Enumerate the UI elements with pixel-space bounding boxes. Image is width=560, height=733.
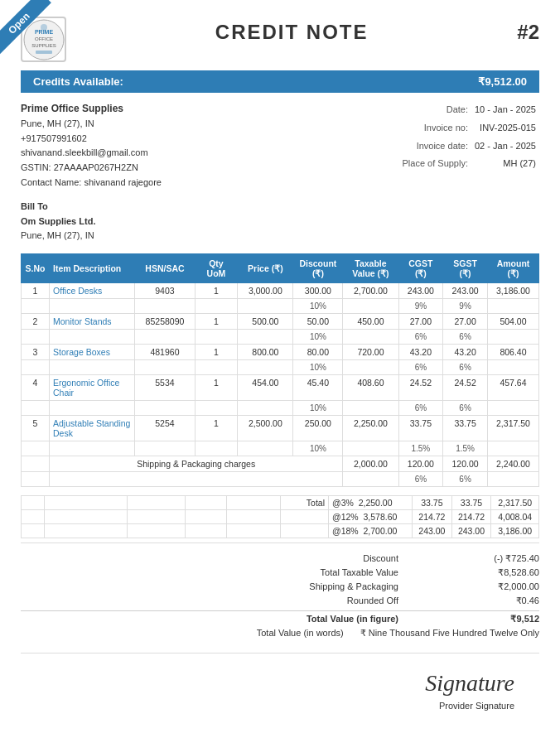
total-rate: @18% 2,700.00 (329, 523, 413, 538)
cgst-pct: 9% (398, 298, 443, 313)
item-amount: 504.00 (487, 313, 538, 329)
sgst-pct: 6% (443, 400, 488, 415)
total-sgst: 243.00 (451, 523, 491, 538)
bill-to-name: Om Supplies Ltd. (21, 215, 539, 229)
discount-label: Discount (21, 553, 415, 564)
shipping-sgst: 120.00 (443, 456, 488, 471)
item-sno: 3 (22, 344, 50, 359)
item-cgst: 43.20 (398, 344, 443, 359)
item-name[interactable]: Ergonomic Office Chair (50, 374, 135, 400)
table-row: 5 Adjustable Standing Desk 5254 1 2,500.… (22, 415, 539, 441)
item-hsn: 481960 (135, 344, 195, 359)
totals-table: Total @3% 2,250.00 33.75 33.75 2,317.50 … (21, 495, 539, 538)
item-sgst: 43.20 (443, 344, 488, 359)
totals-row: @12% 3,578.60 214.72 214.72 4,008.04 (22, 509, 539, 523)
item-price: 500.00 (238, 313, 293, 329)
item-cgst: 243.00 (398, 282, 443, 298)
taxable-value: ₹8,528.60 (415, 567, 539, 578)
bill-to-section: Bill To Om Supplies Ltd. Pune, MH (27), … (21, 200, 539, 244)
company-gstin: GSTIN: 27AAAAP0267H2ZN (21, 161, 162, 176)
taxable-row: Total Taxable Value ₹8,528.60 (21, 566, 539, 580)
credits-value: ₹9,512.00 (478, 75, 527, 88)
item-sgst: 243.00 (443, 282, 488, 298)
open-ribbon: Open (0, 0, 66, 66)
total-cgst: 243.00 (413, 523, 452, 538)
taxable-label: Total Taxable Value (21, 567, 415, 578)
document-title: CREDIT NOTE (66, 21, 517, 44)
company-address: Pune, MH (27), IN (21, 117, 162, 132)
rounded-value: ₹0.46 (415, 596, 539, 606)
total-figure-row: Total Value (in figure) ₹9,512 (21, 610, 539, 626)
total-cgst: 214.72 (413, 509, 452, 523)
invoice-no-label: Invoice no: (399, 119, 472, 137)
discount-pct: 10% (293, 329, 343, 344)
totals-row: Total @3% 2,250.00 33.75 33.75 2,317.50 (22, 495, 539, 509)
item-qty: 1 (195, 282, 238, 298)
item-discount: 80.00 (293, 344, 343, 359)
shipping-amount: 2,240.00 (487, 456, 538, 471)
col-header-item: Item Description (50, 253, 135, 282)
col-header-sno: S.No (22, 253, 50, 282)
discount-value: (-) ₹725.40 (415, 553, 539, 564)
col-header-cgst: CGST (₹) (398, 253, 443, 282)
company-contact: Contact Name: shivanand rajegore (21, 176, 162, 190)
item-name[interactable]: Office Desks (50, 282, 135, 298)
company-email: shivanand.sleekbill@gmail.com (21, 146, 162, 161)
col-header-amount: Amount (₹) (487, 253, 538, 282)
shipping-row: Shipping & Packaging ₹2,000.00 (21, 580, 539, 594)
item-hsn: 9403 (135, 282, 195, 298)
sgst-pct: 6% (443, 329, 488, 344)
item-discount: 300.00 (293, 282, 343, 298)
shipping-label: Shipping & Packaging (21, 581, 415, 592)
item-taxable: 720.00 (343, 344, 398, 359)
item-sgst: 27.00 (443, 313, 488, 329)
item-sgst: 33.75 (443, 415, 488, 441)
document-title-area: CREDIT NOTE (66, 17, 517, 44)
table-row: 1 Office Desks 9403 1 3,000.00 300.00 2,… (22, 282, 539, 298)
item-name[interactable]: Monitor Stands (50, 313, 135, 329)
total-figure-value: ₹9,512 (415, 614, 539, 624)
item-qty: 1 (195, 344, 238, 359)
item-taxable: 450.00 (343, 313, 398, 329)
provider-label: Provider Signature (21, 701, 514, 711)
shipping-value: ₹2,000.00 (415, 581, 539, 592)
item-hsn: 5534 (135, 374, 195, 400)
table-row-pct: 10% 6% 6% (22, 359, 539, 374)
signature-icon: Signature (21, 670, 514, 697)
total-cgst: 33.75 (413, 495, 452, 509)
item-cgst: 33.75 (398, 415, 443, 441)
sgst-pct: 9% (443, 298, 488, 313)
discount-pct: 10% (293, 441, 343, 456)
cgst-pct: 6% (398, 329, 443, 344)
item-name[interactable]: Storage Boxes (50, 344, 135, 359)
company-info: Prime Office Supplies Pune, MH (27), IN … (21, 101, 162, 190)
total-sgst: 33.75 (451, 495, 491, 509)
col-header-sgst: SGST (₹) (443, 253, 488, 282)
discount-row: Discount (-) ₹725.40 (21, 552, 539, 566)
item-discount: 250.00 (293, 415, 343, 441)
cgst-pct: 6% (398, 359, 443, 374)
shipping-charges-row: Shipping & Packaging charges 2,000.00 12… (22, 456, 539, 471)
item-amount: 457.64 (487, 374, 538, 400)
col-header-hsn: HSN/SAC (135, 253, 195, 282)
bill-to-label: Bill To (21, 200, 539, 215)
total-amount: 2,317.50 (491, 495, 539, 509)
signature-area: Signature Provider Signature (21, 670, 539, 711)
meta-section: Prime Office Supplies Pune, MH (27), IN … (21, 101, 539, 190)
item-price: 800.00 (238, 344, 293, 359)
item-sno: 4 (22, 374, 50, 400)
col-header-qty: Qty UoM (195, 253, 238, 282)
item-cgst: 27.00 (398, 313, 443, 329)
item-hsn: 85258090 (135, 313, 195, 329)
place-value: MH (27) (471, 155, 539, 173)
item-cgst: 24.52 (398, 374, 443, 400)
invoice-meta: Date: 10 - Jan - 2025 Invoice no: INV-20… (399, 101, 540, 190)
place-label: Place of Supply: (399, 155, 472, 173)
company-name: Prime Office Supplies (21, 101, 162, 117)
item-price: 3,000.00 (238, 282, 293, 298)
totals-row: @18% 2,700.00 243.00 243.00 3,186.00 (22, 523, 539, 538)
total-rate: @3% 2,250.00 (329, 495, 413, 509)
summary-section: Discount (-) ₹725.40 Total Taxable Value… (21, 552, 539, 640)
bill-to-address: Pune, MH (27), IN (21, 229, 539, 244)
item-name[interactable]: Adjustable Standing Desk (50, 415, 135, 441)
